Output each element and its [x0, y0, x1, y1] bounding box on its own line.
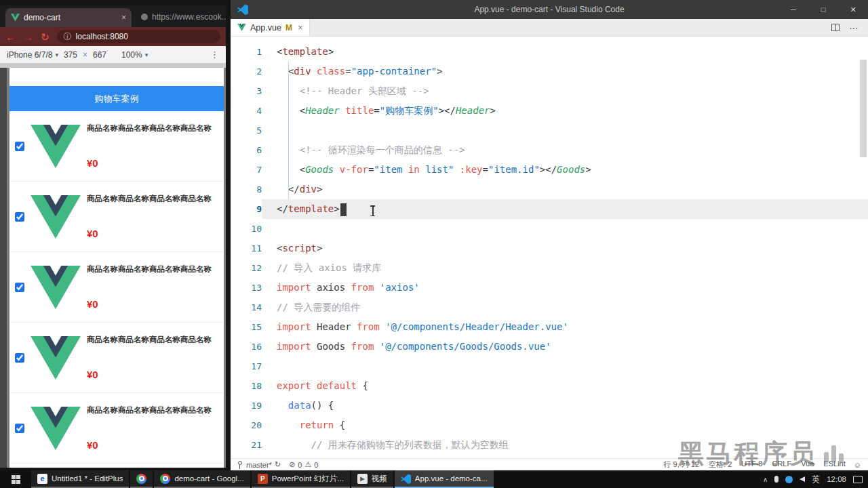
clock[interactable]: 12:08	[827, 475, 846, 483]
taskbar-button-powerpoint[interactable]: PPowerPoint 幻灯片...	[252, 470, 350, 488]
minimize-button[interactable]: ─	[778, 0, 808, 19]
code-line[interactable]: 8 </div>	[231, 180, 868, 199]
split-editor-icon[interactable]	[831, 24, 840, 31]
code-line[interactable]: 1<template>	[231, 42, 868, 62]
volume-icon[interactable]	[800, 476, 805, 482]
device-width-input[interactable]: 375	[62, 50, 79, 60]
status-item[interactable]: CRLF	[772, 460, 791, 470]
browser-tab-active[interactable]: demo-cart ×	[5, 8, 132, 27]
code-line[interactable]: 4 <Header title="购物车案例"></Header>	[231, 101, 868, 121]
code-line[interactable]: 2 <div class="app-container">	[231, 62, 868, 81]
code-line[interactable]: 13import axios from 'axios'	[231, 278, 868, 298]
line-number: 8	[231, 180, 262, 199]
mic-icon[interactable]	[774, 476, 778, 483]
line-number: 5	[231, 121, 262, 140]
code-line[interactable]: 15import Header from '@/components/Heade…	[231, 317, 868, 337]
line-number: 2	[231, 62, 262, 81]
status-item[interactable]: UTF-8	[741, 460, 762, 470]
line-number: 20	[231, 415, 262, 435]
language-indicator[interactable]: 英	[812, 474, 820, 485]
line-number: 16	[231, 337, 262, 357]
tab-close-icon[interactable]: ×	[121, 13, 126, 22]
taskbar-button-vscode[interactable]: App.vue - demo-ca...	[395, 470, 494, 488]
code-line[interactable]: 11<script>	[231, 239, 868, 258]
goods-checkbox[interactable]	[15, 142, 24, 151]
goods-title: 商品名称商品名称商品名称商品名称	[87, 405, 218, 416]
goods-checkbox[interactable]	[15, 283, 24, 292]
taskbar-button-video[interactable]: ▶视频	[351, 470, 393, 488]
taskbar-button-editplus[interactable]: eUntitled1 * - EditPlus	[31, 470, 129, 488]
device-select[interactable]: iPhone 6/7/8 ▾	[7, 50, 58, 60]
goods-checkbox[interactable]	[15, 424, 24, 433]
device-height-input[interactable]: 667	[92, 50, 108, 60]
code-line[interactable]: 21 // 用来存储购物车的列表数据，默认为空数组	[231, 435, 868, 455]
status-item[interactable]: ESLint	[823, 460, 845, 470]
system-tray: ∧ 英 12:08	[757, 470, 868, 488]
chrome-icon	[160, 474, 170, 484]
taskbar-button-chrome_win[interactable]: demo-cart - Googl...	[154, 470, 250, 488]
window-controls: ─ □ ✕	[778, 0, 868, 19]
problems-indicator[interactable]: ⊘ 0 ⚠ 0	[289, 460, 318, 469]
browser-tab-inactive[interactable]: https://www.escook...	[132, 12, 226, 27]
taskbar-button-label: PowerPoint 幻灯片...	[272, 474, 344, 484]
tab-close-icon[interactable]: ×	[298, 22, 303, 33]
status-item[interactable]: Vue	[801, 460, 814, 470]
code-line[interactable]: 7 <Goods v-for="item in list" :key="item…	[231, 160, 868, 180]
text-cursor	[340, 203, 347, 216]
device-viewport-area: 购物车案例 商品名称商品名称商品名称商品名称 ¥0 商品名称商品名称商品名称商品…	[0, 64, 226, 468]
hidden-icons-chevron-icon[interactable]: ∧	[763, 476, 768, 483]
reload-button[interactable]: ↻	[41, 32, 50, 42]
close-button[interactable]: ✕	[838, 0, 868, 19]
code-line[interactable]: 18export default {	[231, 376, 868, 396]
zoom-select[interactable]: 100% ▾	[121, 50, 148, 60]
dimension-separator: ×	[83, 50, 87, 60]
code-line[interactable]: 17	[231, 357, 868, 376]
line-number: 6	[231, 140, 262, 160]
taskbar-button-label: demo-cart - Googl...	[174, 474, 243, 483]
taskbar-buttons: eUntitled1 * - EditPlusdemo-cart - Googl…	[31, 470, 494, 488]
tab-app-vue[interactable]: App.vue M ×	[231, 19, 310, 36]
code-line[interactable]: 16import Goods from '@/components/Goods/…	[231, 337, 868, 357]
address-bar[interactable]: ⓘ localhost:8080	[57, 30, 220, 43]
goods-checkbox[interactable]	[15, 212, 24, 222]
code-line[interactable]: 19 data() {	[231, 396, 868, 415]
more-actions-icon[interactable]: ⋯	[849, 22, 859, 33]
browser-window: demo-cart × https://www.escook... ← → ↻ …	[0, 5, 226, 468]
vscode-title-bar: App.vue - demo-cart - Visual Studio Code…	[231, 0, 868, 19]
site-info-icon[interactable]: ⓘ	[64, 31, 72, 43]
code-line[interactable]: 3 <!-- Header 头部区域 -->	[231, 81, 868, 101]
vscode-icon	[401, 474, 411, 484]
windows-logo-icon	[12, 475, 20, 484]
scrollbar-thumb[interactable]	[860, 60, 867, 157]
code-editor[interactable]: 1<template>2 <div class="app-container">…	[231, 37, 868, 458]
indent-guide	[288, 62, 289, 199]
forward-button[interactable]: →	[23, 32, 33, 42]
goods-item: 商品名称商品名称商品名称商品名称 ¥0	[9, 182, 224, 252]
sync-icon[interactable]: ↻	[275, 460, 281, 469]
start-button[interactable]	[0, 470, 31, 488]
feedback-smiley-icon[interactable]: ☺	[854, 461, 861, 469]
code-line[interactable]: 14// 导入需要的组件	[231, 298, 868, 317]
editplus-icon: e	[37, 474, 47, 484]
editor-scrollbar[interactable]	[859, 37, 868, 458]
status-item[interactable]: 空格: 2	[709, 460, 732, 470]
tray-app-icon[interactable]	[785, 476, 793, 483]
url-text: localhost:8080	[76, 32, 128, 41]
goods-image-vue-logo-icon	[28, 195, 83, 239]
code-line[interactable]: 20 return {	[231, 415, 868, 435]
goods-checkbox[interactable]	[15, 353, 24, 363]
browser-tab2-label: https://www.escook...	[152, 12, 226, 22]
code-line[interactable]: 5	[231, 121, 868, 140]
device-toolbar-more-icon[interactable]: ⋮	[210, 49, 219, 60]
code-line[interactable]: 10	[231, 219, 868, 239]
action-center-icon[interactable]	[853, 476, 863, 483]
status-item[interactable]: 行 9, 列 12	[663, 460, 699, 470]
taskbar-button-chrome[interactable]	[130, 470, 153, 488]
maximize-button[interactable]: □	[808, 0, 838, 19]
code-line[interactable]: 9</template>	[231, 199, 868, 219]
code-line[interactable]: 12// 导入 axios 请求库	[231, 258, 868, 278]
back-button[interactable]: ←	[5, 32, 16, 42]
git-branch-indicator[interactable]: master* ↻	[237, 460, 281, 469]
code-line[interactable]: 6 <!-- 循环渲染每一个商品的信息 -->	[231, 140, 868, 160]
device-select-value: iPhone 6/7/8	[7, 50, 52, 60]
